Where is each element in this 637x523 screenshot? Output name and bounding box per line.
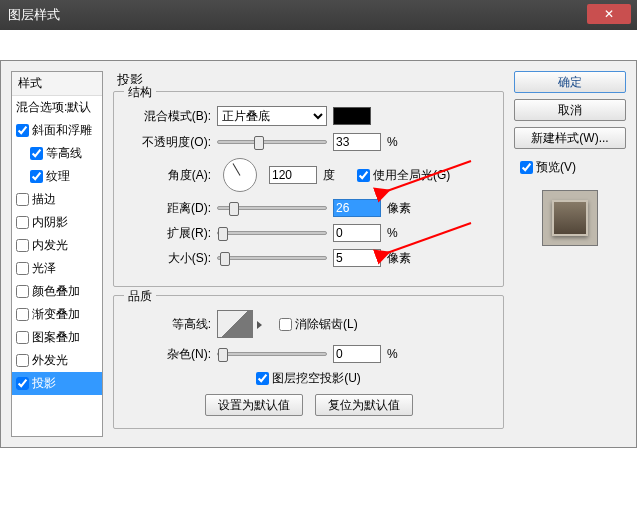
style-item-innershadow[interactable]: 内阴影	[12, 211, 102, 234]
unit-distance: 像素	[387, 200, 415, 217]
input-spread[interactable]	[333, 224, 381, 242]
ok-button[interactable]: 确定	[514, 71, 626, 93]
style-item-innerglow[interactable]: 内发光	[12, 234, 102, 257]
style-item-dropshadow[interactable]: 投影	[12, 372, 102, 395]
style-cb-innershadow[interactable]	[16, 216, 29, 229]
unit-size: 像素	[387, 250, 415, 267]
label-angle: 角度(A):	[126, 167, 211, 184]
row-angle: 角度(A): 度 使用全局光(G)	[126, 158, 491, 192]
input-opacity[interactable]	[333, 133, 381, 151]
legend-structure: 结构	[124, 84, 156, 101]
style-cb-stroke[interactable]	[16, 193, 29, 206]
close-button[interactable]: ✕	[587, 4, 631, 24]
style-item-coloroverlay[interactable]: 颜色叠加	[12, 280, 102, 303]
group-quality: 品质 等高线: 消除锯齿(L) 杂色(N): % 图层挖空投影(U) 设置为默认…	[113, 295, 504, 429]
styles-header: 样式	[12, 72, 102, 96]
label-opacity: 不透明度(O):	[126, 134, 211, 151]
preview-box	[542, 190, 598, 246]
label-blendmode: 混合模式(B):	[126, 108, 211, 125]
panel-title: 投影	[113, 71, 504, 89]
input-size[interactable]	[333, 249, 381, 267]
row-default-buttons: 设置为默认值 复位为默认值	[126, 394, 491, 416]
style-cb-gradientoverlay[interactable]	[16, 308, 29, 321]
slider-spread[interactable]	[217, 231, 327, 235]
color-swatch[interactable]	[333, 107, 371, 125]
new-style-button[interactable]: 新建样式(W)...	[514, 127, 626, 149]
style-item-patternoverlay[interactable]: 图案叠加	[12, 326, 102, 349]
slider-distance[interactable]	[217, 206, 327, 210]
input-distance[interactable]	[333, 199, 381, 217]
row-blendmode: 混合模式(B): 正片叠底	[126, 106, 491, 126]
checkbox-antialias[interactable]: 消除锯齿(L)	[279, 316, 358, 333]
style-cb-dropshadow[interactable]	[16, 377, 29, 390]
style-cb-patternoverlay[interactable]	[16, 331, 29, 344]
slider-opacity[interactable]	[217, 140, 327, 144]
angle-dial[interactable]	[223, 158, 257, 192]
style-cb-contour[interactable]	[30, 147, 43, 160]
row-contour: 等高线: 消除锯齿(L)	[126, 310, 491, 338]
reset-default-button[interactable]: 复位为默认值	[315, 394, 413, 416]
input-angle[interactable]	[269, 166, 317, 184]
checkbox-knockout[interactable]: 图层挖空投影(U)	[256, 370, 361, 387]
style-item-bevel[interactable]: 斜面和浮雕	[12, 119, 102, 142]
group-structure: 结构 混合模式(B): 正片叠底 不透明度(O): % 角度(A): 度 使用全…	[113, 91, 504, 287]
style-cb-coloroverlay[interactable]	[16, 285, 29, 298]
checkbox-preview[interactable]: 预览(V)	[514, 159, 626, 176]
unit-angle: 度	[323, 167, 351, 184]
slider-size[interactable]	[217, 256, 327, 260]
style-item-blendopts[interactable]: 混合选项:默认	[12, 96, 102, 119]
style-cb-innerglow[interactable]	[16, 239, 29, 252]
unit-opacity: %	[387, 135, 415, 149]
unit-noise: %	[387, 347, 415, 361]
row-knockout: 图层挖空投影(U)	[126, 370, 491, 387]
close-icon: ✕	[604, 7, 614, 21]
titlebar: 图层样式 ✕	[0, 0, 637, 30]
dialog-body: 样式 混合选项:默认 斜面和浮雕 等高线 纹理 描边 内阴影 内发光 光泽 颜色…	[0, 60, 637, 448]
style-cb-outerglow[interactable]	[16, 354, 29, 367]
style-item-outerglow[interactable]: 外发光	[12, 349, 102, 372]
row-size: 大小(S): 像素	[126, 249, 491, 267]
row-noise: 杂色(N): %	[126, 345, 491, 363]
style-item-gradientoverlay[interactable]: 渐变叠加	[12, 303, 102, 326]
styles-list: 样式 混合选项:默认 斜面和浮雕 等高线 纹理 描边 内阴影 内发光 光泽 颜色…	[11, 71, 103, 437]
style-item-stroke[interactable]: 描边	[12, 188, 102, 211]
slider-noise[interactable]	[217, 352, 327, 356]
label-contour: 等高线:	[126, 316, 211, 333]
center-panel: 投影 结构 混合模式(B): 正片叠底 不透明度(O): % 角度(A): 度 …	[103, 71, 514, 437]
select-blendmode[interactable]: 正片叠底	[217, 106, 327, 126]
style-cb-texture[interactable]	[30, 170, 43, 183]
cancel-button[interactable]: 取消	[514, 99, 626, 121]
window-title: 图层样式	[8, 6, 60, 24]
style-item-contour[interactable]: 等高线	[12, 142, 102, 165]
set-default-button[interactable]: 设置为默认值	[205, 394, 303, 416]
checkbox-globallight[interactable]: 使用全局光(G)	[357, 167, 450, 184]
legend-quality: 品质	[124, 288, 156, 305]
row-spread: 扩展(R): %	[126, 224, 491, 242]
right-column: 确定 取消 新建样式(W)... 预览(V)	[514, 71, 626, 437]
label-size: 大小(S):	[126, 250, 211, 267]
chevron-down-icon	[257, 321, 262, 329]
preview-tile	[552, 200, 588, 236]
style-cb-satin[interactable]	[16, 262, 29, 275]
input-noise[interactable]	[333, 345, 381, 363]
label-spread: 扩展(R):	[126, 225, 211, 242]
row-distance: 距离(D): 像素	[126, 199, 491, 217]
unit-spread: %	[387, 226, 415, 240]
label-distance: 距离(D):	[126, 200, 211, 217]
label-noise: 杂色(N):	[126, 346, 211, 363]
row-opacity: 不透明度(O): %	[126, 133, 491, 151]
style-item-satin[interactable]: 光泽	[12, 257, 102, 280]
style-item-texture[interactable]: 纹理	[12, 165, 102, 188]
contour-picker[interactable]	[217, 310, 253, 338]
style-cb-bevel[interactable]	[16, 124, 29, 137]
